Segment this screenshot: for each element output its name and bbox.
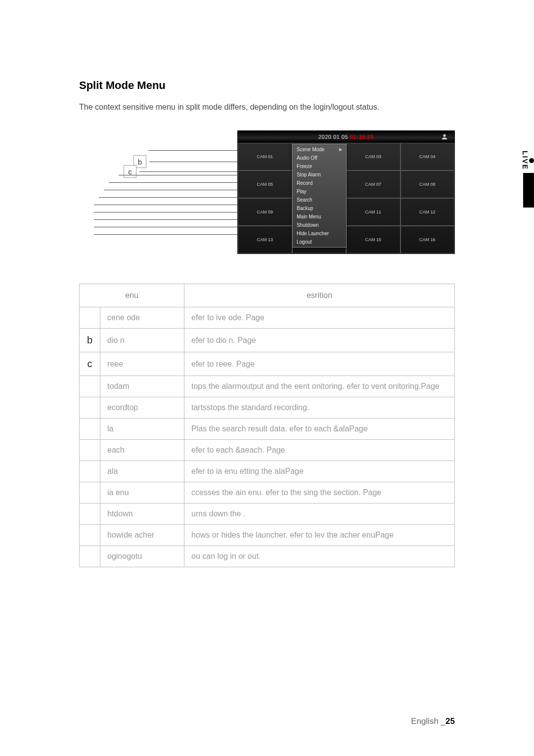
row-name: reee xyxy=(100,352,184,376)
table-row: laPlas the search result data. efer to e… xyxy=(80,419,455,440)
cam-04: CAM 04 xyxy=(400,143,455,170)
menu-record[interactable]: Record xyxy=(293,179,346,187)
row-name: oginogotu xyxy=(100,546,184,567)
row-letter xyxy=(80,525,100,546)
menu-play[interactable]: Play xyxy=(293,187,346,196)
figure: b c 2020 01 05 01:10:25 xyxy=(79,130,455,259)
cam-13: CAM 13 xyxy=(238,226,292,253)
row-desc: ou can log in or out. xyxy=(184,546,455,567)
row-letter: b xyxy=(80,329,100,352)
menu-search[interactable]: Search xyxy=(293,196,346,204)
row-desc: efer to each &aeach. Page xyxy=(184,440,455,461)
menu-backup[interactable]: Backup xyxy=(293,204,346,212)
row-letter: c xyxy=(80,352,100,376)
row-letter xyxy=(80,419,100,440)
callout-letter-c: c xyxy=(124,165,136,178)
chevron-right-icon: ▶ xyxy=(339,146,342,153)
table-row: todamtops the alarmoutput and the eent o… xyxy=(80,376,455,397)
row-name: la xyxy=(100,419,184,440)
table-row: alaefer to ia enu etting the alaPage xyxy=(80,461,455,482)
menu-audio-off[interactable]: Audio Off xyxy=(293,154,346,162)
row-name: ecordtop xyxy=(100,397,184,419)
cam-16: CAM 16 xyxy=(400,226,455,253)
context-menu[interactable]: Scene Mode▶ Audio Off Freeze Stop Alarm … xyxy=(292,144,347,248)
cam-01: CAM 01 xyxy=(238,143,292,170)
menu-main-menu[interactable]: Main Menu xyxy=(293,212,346,221)
table-row: creeeefer to reee. Page xyxy=(80,352,455,376)
row-desc: hows or hides the launcher. efer to lev … xyxy=(184,525,455,546)
row-letter xyxy=(80,461,100,482)
cam-05: CAM 05 xyxy=(238,170,292,198)
side-dot xyxy=(529,158,534,163)
cam-03: CAM 03 xyxy=(346,143,400,170)
row-name: htdown xyxy=(100,504,184,525)
side-tab-label: LIVE xyxy=(521,151,529,170)
menu-description-table: enu esrition cene odeefer to ive ode. Pa… xyxy=(79,284,455,567)
row-name: howide acher xyxy=(100,525,184,546)
row-desc: efer to ia enu etting the alaPage xyxy=(184,461,455,482)
row-name: each xyxy=(100,440,184,461)
row-name: ia enu xyxy=(100,482,184,504)
user-icon xyxy=(441,133,448,141)
row-desc: ccesses the ain enu. efer to the sing th… xyxy=(184,482,455,504)
table-row: howide acherhows or hides the launcher. … xyxy=(80,525,455,546)
screenshot-header: 2020 01 05 01:10:25 xyxy=(238,131,454,143)
row-desc: Plas the search result data. efer to eac… xyxy=(184,419,455,440)
menu-logout[interactable]: Logout xyxy=(293,238,346,246)
cam-09: CAM 09 xyxy=(238,198,292,226)
row-desc: efer to reee. Page xyxy=(184,352,455,376)
section-heading: Split Mode Menu xyxy=(79,79,455,92)
menu-shutdown[interactable]: Shutdown xyxy=(293,221,346,229)
timestamp-time: 01:10:25 xyxy=(350,134,374,140)
cam-12: CAM 12 xyxy=(400,198,455,226)
row-name: ala xyxy=(100,461,184,482)
th-menu: enu xyxy=(80,284,184,307)
table-row: cene odeefer to ive ode. Page xyxy=(80,307,455,329)
table-row: ecordtoptartsstops the standard recordin… xyxy=(80,397,455,419)
side-black-bar xyxy=(523,173,534,208)
row-letter xyxy=(80,504,100,525)
row-desc: efer to dio n. Page xyxy=(184,329,455,352)
row-desc: urns down the . xyxy=(184,504,455,525)
cam-07: CAM 07 xyxy=(346,170,400,198)
svg-point-0 xyxy=(443,134,445,137)
cam-15: CAM 15 xyxy=(346,226,400,253)
menu-scene-mode[interactable]: Scene Mode▶ xyxy=(293,145,346,154)
row-name: dio n xyxy=(100,329,184,352)
row-name: cene ode xyxy=(100,307,184,329)
row-letter xyxy=(80,440,100,461)
row-letter xyxy=(80,546,100,567)
dvr-screenshot: 2020 01 05 01:10:25 CAM 01 CAM 03 CAM 04… xyxy=(237,130,455,254)
row-desc: tops the alarmoutput and the eent onitor… xyxy=(184,376,455,397)
table-row: eachefer to each &aeach. Page xyxy=(80,440,455,461)
footer-lang: English _ xyxy=(411,716,445,726)
row-letter xyxy=(80,376,100,397)
row-letter xyxy=(80,397,100,419)
callouts: b c xyxy=(79,130,237,259)
timestamp-date: 2020 01 05 xyxy=(318,134,348,140)
menu-freeze[interactable]: Freeze xyxy=(293,162,346,170)
row-letter xyxy=(80,482,100,504)
row-desc: efer to ive ode. Page xyxy=(184,307,455,329)
cam-11: CAM 11 xyxy=(346,198,400,226)
th-desc: esrition xyxy=(184,284,455,307)
table-row: ia enuccesses the ain enu. efer to the s… xyxy=(80,482,455,504)
row-desc: tartsstops the standard recording. xyxy=(184,397,455,419)
menu-stop-alarm[interactable]: Stop Alarm xyxy=(293,170,346,179)
table-row: oginogotuou can log in or out. xyxy=(80,546,455,567)
table-row: htdownurns down the . xyxy=(80,504,455,525)
menu-hide-launcher[interactable]: Hide Launcher xyxy=(293,229,346,238)
page-footer: English _25 xyxy=(411,716,455,726)
footer-page: 25 xyxy=(445,716,455,726)
section-intro: The context sensitive menu in split mode… xyxy=(79,103,455,112)
row-letter xyxy=(80,307,100,329)
row-name: todam xyxy=(100,376,184,397)
table-row: bdio nefer to dio n. Page xyxy=(80,329,455,352)
cam-08: CAM 08 xyxy=(400,170,455,198)
